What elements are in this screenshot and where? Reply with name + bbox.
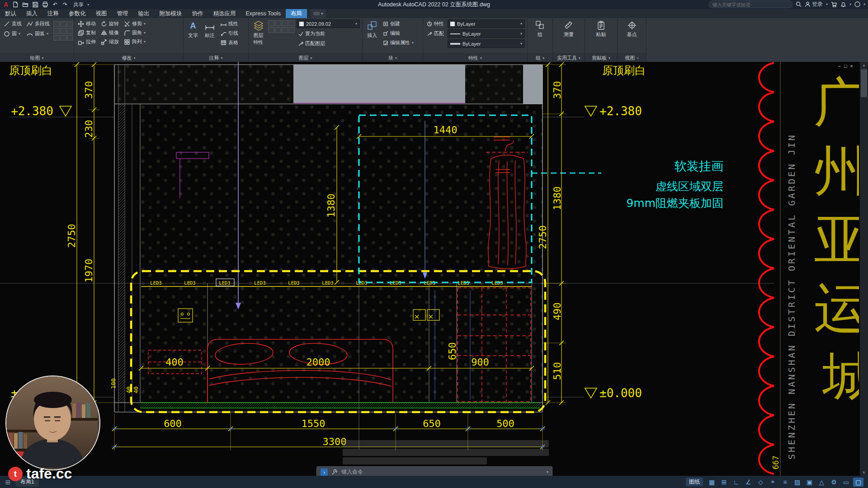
array-button[interactable]: 阵列▾ <box>123 38 147 46</box>
lineweight-dropdown[interactable]: ByLayer▾ <box>448 29 525 38</box>
autocad-logo-icon[interactable]: A <box>2 1 10 8</box>
text-button[interactable]: A 文字 <box>186 19 200 40</box>
lineweight-icon[interactable]: ≡ <box>780 478 790 487</box>
tab-output[interactable]: 输出 <box>133 9 155 18</box>
tab-express-tools[interactable]: Express Tools <box>241 9 286 18</box>
copy-button[interactable]: 复制 <box>76 28 97 37</box>
polyline-button[interactable]: 多段线 <box>25 19 51 28</box>
panel-label-modify[interactable]: 修改▾ <box>74 53 183 62</box>
layer-properties-button[interactable]: 图层特性 <box>251 19 266 47</box>
edit-block-button[interactable]: 编辑 <box>382 29 415 38</box>
paper-space-toggle[interactable]: 图纸 <box>686 478 703 486</box>
tab-annotate[interactable]: 注释 <box>42 9 64 18</box>
trim-button[interactable]: 修剪▾ <box>123 19 147 28</box>
tab-layout[interactable]: 布局 <box>286 9 307 18</box>
vertical-scrollbar[interactable]: ▲ ▼ <box>860 62 868 476</box>
cart-icon[interactable] <box>831 1 837 7</box>
circle-button[interactable]: 圆▾ <box>2 29 23 38</box>
match-properties-button[interactable]: 匹配 <box>425 29 445 38</box>
paste-button[interactable]: 粘贴 <box>594 19 608 39</box>
properties-button[interactable]: 特性 <box>425 19 445 28</box>
isolate-objects-icon[interactable]: ▭ <box>841 478 851 487</box>
plot-icon[interactable] <box>41 0 50 9</box>
edit-attributes-button[interactable]: 编辑属性▾ <box>382 38 415 47</box>
drawing-restore-icon[interactable]: □ <box>844 63 850 69</box>
scroll-down-icon[interactable]: ▼ <box>860 470 868 475</box>
panel-label-properties[interactable]: 特性▾ <box>423 53 527 62</box>
drawing-close-icon[interactable]: × <box>850 63 856 69</box>
linear-dim-button[interactable]: 线性 <box>219 19 240 28</box>
panel-label-block[interactable]: 块▾ <box>363 53 423 62</box>
linetype-dropdown[interactable]: ByLayer▾ <box>448 39 525 48</box>
annotation-scale-icon[interactable]: △ <box>816 478 827 487</box>
panel-label-layers[interactable]: 图层▾ <box>249 53 362 62</box>
panel-label-draw[interactable]: 绘图▾ <box>0 53 74 62</box>
tab-default[interactable]: 默认 <box>0 9 21 18</box>
isodraft-icon[interactable]: ◇ <box>755 478 766 487</box>
tab-collaborate[interactable]: 协作 <box>187 9 208 18</box>
signin-button[interactable]: 登录 <box>805 0 823 8</box>
create-block-button[interactable]: 创建 <box>382 19 415 28</box>
search-icon[interactable] <box>796 1 802 7</box>
layer-tools-grid[interactable] <box>268 19 294 33</box>
set-current-layer-button[interactable]: 置为当前 <box>297 29 360 38</box>
polar-tracking-icon[interactable]: ∠ <box>743 478 754 487</box>
ortho-icon[interactable]: ∟ <box>731 478 741 487</box>
group-button[interactable]: 组 <box>533 19 547 39</box>
tab-manage[interactable]: 管理 <box>112 9 133 18</box>
insert-block-button[interactable]: 插入 <box>365 19 379 40</box>
tab-insert[interactable]: 插入 <box>21 9 42 18</box>
drawing-viewport[interactable]: LED3LED3 LED3LED3 LED3LED3 LED3LED3 LED3… <box>0 62 859 476</box>
drawing-area[interactable]: LED3LED3 LED3LED3 LED3LED3 LED3LED3 LED3… <box>0 62 868 476</box>
tab-featured-apps[interactable]: 精选应用 <box>208 9 241 18</box>
move-button[interactable]: 移动 <box>76 19 97 28</box>
panel-label-annotate[interactable]: 注释▾ <box>184 53 248 62</box>
panel-label-view[interactable]: 视图» <box>618 53 646 62</box>
grid-icon[interactable]: ▦ <box>707 478 717 487</box>
redo-icon[interactable]: ↷ <box>61 0 70 9</box>
match-layer-button[interactable]: 匹配图层 <box>297 39 360 48</box>
undo-icon[interactable]: ↶ <box>51 0 60 9</box>
scale-button[interactable]: 缩放 <box>99 38 120 46</box>
leader-button[interactable]: 引线 <box>219 29 240 38</box>
workspace-gear-icon[interactable]: ⚙ <box>829 478 839 487</box>
help-dropdown-icon[interactable]: ▾ <box>863 2 865 6</box>
clean-screen-icon[interactable]: ▢ <box>853 478 863 487</box>
panel-label-utilities[interactable]: 实用工具▾ <box>553 53 585 62</box>
drawing-window-controls[interactable]: −□× <box>838 63 856 69</box>
scroll-up-icon[interactable]: ▲ <box>860 63 868 67</box>
line-button[interactable]: 直线 <box>2 19 23 28</box>
drawing-minimize-icon[interactable]: − <box>838 63 844 69</box>
base-point-button[interactable]: 基点 <box>625 19 639 39</box>
selection-cycling-icon[interactable]: ▣ <box>804 478 815 487</box>
arc-button[interactable]: 圆弧▾ <box>25 29 51 38</box>
notifications-bell-icon[interactable] <box>840 1 846 7</box>
command-expand-icon[interactable]: ▾ <box>547 470 548 474</box>
save-icon[interactable] <box>31 0 40 9</box>
osnap-icon[interactable]: ⌖ <box>768 478 778 487</box>
panel-label-groups[interactable]: 组▾ <box>528 53 552 62</box>
snap-icon[interactable]: ⊞ <box>719 478 729 487</box>
scrollbar-thumb[interactable] <box>861 69 867 97</box>
tab-addins[interactable]: 附加模块 <box>155 9 187 18</box>
draw-extra-tools[interactable] <box>53 19 73 41</box>
object-color-dropdown[interactable]: ByLayer▾ <box>448 19 525 28</box>
signin-dropdown-icon[interactable]: ▾ <box>826 2 828 6</box>
rotate-button[interactable]: 旋转 <box>99 19 120 28</box>
tab-view[interactable]: 视图 <box>91 9 112 18</box>
search-input[interactable] <box>708 0 793 8</box>
notifications-dropdown-icon[interactable]: ▾ <box>849 2 851 6</box>
share-button[interactable]: 共享 <box>71 1 86 8</box>
tab-parametric[interactable]: 参数化 <box>64 9 91 18</box>
workspace-switcher[interactable]: ▾ <box>311 9 326 18</box>
new-file-icon[interactable] <box>11 0 20 9</box>
command-input[interactable]: 键入命令 <box>341 468 363 476</box>
layer-dropdown[interactable]: 2022.09.02 ▾ <box>297 19 360 28</box>
customize-wrench-icon[interactable] <box>331 469 338 475</box>
stretch-button[interactable]: 拉伸 <box>76 38 97 46</box>
measure-button[interactable]: 测量 <box>562 19 576 39</box>
transparency-icon[interactable]: ▨ <box>792 478 802 487</box>
panel-label-clipboard[interactable]: 剪贴板▾ <box>585 53 617 62</box>
open-folder-icon[interactable] <box>21 0 30 9</box>
fillet-button[interactable]: 圆角▾ <box>123 28 147 37</box>
